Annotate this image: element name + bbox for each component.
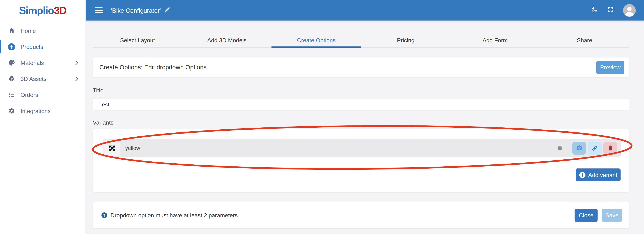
fullscreen-button[interactable]: [608, 6, 614, 14]
home-icon: [8, 27, 15, 34]
chevron-right-icon: [75, 60, 78, 65]
app-root: Simplio3D Home Products Materials: [0, 0, 644, 234]
cube-icon: [8, 75, 15, 82]
pencil-icon: [164, 7, 170, 14]
footer-card: ? Dropdown option must have at least 2 p…: [93, 202, 629, 228]
close-button[interactable]: Close: [575, 209, 598, 222]
sidebar-item-label: 3D Assets: [20, 75, 75, 82]
variant-3d-model-button[interactable]: [572, 142, 586, 154]
sidebar-item-home[interactable]: Home: [0, 23, 85, 39]
preview-button[interactable]: Preview: [596, 61, 624, 74]
add-variant-button[interactable]: Add variant: [576, 168, 621, 181]
panel-header-card: Create Options: Edit dropdown Options Pr…: [93, 58, 629, 77]
sidebar-item-3d-assets[interactable]: 3D Assets: [0, 71, 85, 87]
sidebar-nav: Home Products Materials: [0, 23, 85, 119]
tab-select-layout[interactable]: Select Layout: [93, 33, 182, 47]
edit-title-button[interactable]: [164, 7, 170, 14]
help-icon: ?: [102, 212, 107, 218]
plus-circle-icon: [579, 172, 586, 178]
topbar-actions: [591, 4, 644, 17]
tab-bar: Select Layout Add 3D Models Create Optio…: [93, 33, 629, 48]
validation-hint: ? Dropdown option must have at least 2 p…: [102, 202, 239, 228]
sidebar: Simplio3D Home Products Materials: [0, 0, 86, 234]
move-arrows-icon: [108, 144, 116, 152]
panel-title: Create Options: Edit dropdown Options: [99, 58, 207, 77]
app-logo: Simplio3D: [0, 4, 85, 16]
trash-icon: [607, 145, 614, 152]
title-input[interactable]: [93, 98, 629, 110]
main-content: Select Layout Add 3D Models Create Optio…: [86, 20, 644, 234]
sidebar-item-orders[interactable]: Orders: [0, 87, 85, 102]
hint-text: Dropdown option must have at least 2 par…: [110, 212, 239, 218]
variant-color-swatch[interactable]: [558, 146, 562, 150]
save-button[interactable]: Save: [602, 209, 622, 222]
topbar: 'Bike Configurator': [86, 0, 644, 20]
tab-share[interactable]: Share: [540, 33, 629, 47]
palette-icon: [8, 59, 15, 66]
gear-icon: [8, 107, 15, 114]
variant-name: yellow: [125, 139, 140, 158]
variant-row: yellow: [102, 139, 621, 158]
tab-create-options[interactable]: Create Options: [272, 33, 361, 47]
variant-drag-handle[interactable]: [104, 140, 120, 156]
dark-mode-button[interactable]: [591, 6, 598, 14]
chevron-right-icon: [75, 76, 78, 81]
sidebar-item-label: Home: [20, 27, 85, 34]
user-avatar[interactable]: [623, 4, 636, 17]
sidebar-item-products[interactable]: Products: [0, 39, 85, 55]
cube-icon: [575, 144, 583, 152]
fullscreen-icon: [608, 6, 614, 14]
menu-button[interactable]: [95, 7, 102, 13]
variant-row-actions: [558, 139, 617, 158]
tab-pricing[interactable]: Pricing: [361, 33, 450, 47]
add-variant-label: Add variant: [588, 172, 618, 178]
variants-section-label: Variants: [93, 119, 114, 126]
variant-delete-button[interactable]: [604, 142, 618, 154]
person-icon: [623, 4, 636, 17]
tab-add-form[interactable]: Add Form: [450, 33, 540, 47]
sidebar-item-integrations[interactable]: Integrations: [0, 102, 85, 118]
sidebar-item-label: Products: [20, 43, 85, 50]
link-icon: [591, 144, 598, 152]
page-title: 'Bike Configurator': [111, 7, 161, 14]
list-icon: [8, 91, 15, 98]
sidebar-item-label: Orders: [20, 92, 85, 98]
tab-add-3d-models[interactable]: Add 3D Models: [182, 33, 272, 47]
variants-card: yellow: [93, 130, 629, 192]
logo-text-secondary: 3D: [54, 4, 66, 16]
plus-circle-icon: [8, 43, 15, 50]
logo-text-primary: Simplio: [19, 4, 54, 16]
moon-icon: [591, 6, 598, 14]
sidebar-item-label: Materials: [20, 59, 75, 66]
sidebar-item-label: Integrations: [20, 108, 85, 114]
title-field-label: Title: [93, 87, 104, 94]
variant-link-button[interactable]: [588, 142, 602, 154]
sidebar-item-materials[interactable]: Materials: [0, 55, 85, 71]
